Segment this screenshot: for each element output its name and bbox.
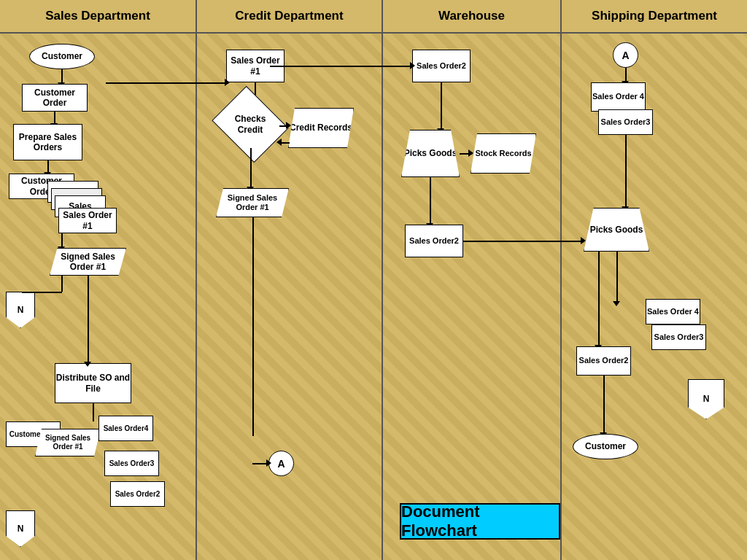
flowchart-container: Sales Department Credit Department Wareh… [0, 0, 747, 560]
shipping-sales-order4-bot: Sales Order 4 [646, 299, 700, 324]
credit-records-doc: Credit Records [288, 108, 354, 148]
signed-sales-order-credit: Signed Sales Order #1 [216, 188, 289, 217]
signed-sales-order1: Signed Sales Order #1 [50, 248, 126, 276]
shipping-connector-a: A [613, 42, 638, 68]
dept-sales-header: Sales Department [0, 0, 196, 34]
picks-goods-trap: Picks Goods [401, 130, 460, 177]
document-flowchart-title: Document Flowchart [400, 503, 560, 540]
credit-connector-a: A [268, 451, 294, 476]
shipping-sales-order3: Sales Order3 [598, 109, 653, 135]
dept-shipping: Shipping Department [562, 0, 747, 560]
warehouse-sales-order2-bot: Sales Order2 [405, 225, 463, 257]
sales-order4-bot: Sales Order4 [98, 416, 153, 441]
dept-warehouse-header: Warehouse [383, 0, 560, 34]
warehouse-sales-order2-top: Sales Order2 [412, 50, 471, 82]
dept-warehouse: Warehouse [383, 0, 562, 560]
customer-oval: Customer [29, 44, 95, 69]
shipping-sales-order4: Sales Order 4 [591, 82, 646, 112]
customer-order-rect: Customer Order [22, 84, 88, 112]
shipping-sales-order3-bot: Sales Order3 [651, 324, 706, 350]
distribute-rect: Distribute SO and File [55, 363, 131, 403]
signed-sales-bot: Signed Sales Order #1 [35, 429, 101, 456]
checks-credit-diamond: Checks Credit [221, 101, 279, 148]
dept-shipping-header: Shipping Department [562, 0, 747, 34]
shipping-customer-oval: Customer [573, 434, 638, 459]
shipping-picks-goods: Picks Goods [584, 208, 649, 252]
sales-order2-bot: Sales Order2 [110, 481, 165, 507]
prepare-sales-rect: Prepare Sales Orders [13, 124, 82, 160]
stock-records-doc: Stock Records [471, 133, 536, 174]
sales-order3-bot: Sales Order3 [104, 451, 159, 476]
sales-order1-rect: Sales Order #1 [58, 208, 117, 233]
shipping-sales-order2: Sales Order2 [576, 346, 631, 376]
dept-credit-header: Credit Department [197, 0, 382, 34]
